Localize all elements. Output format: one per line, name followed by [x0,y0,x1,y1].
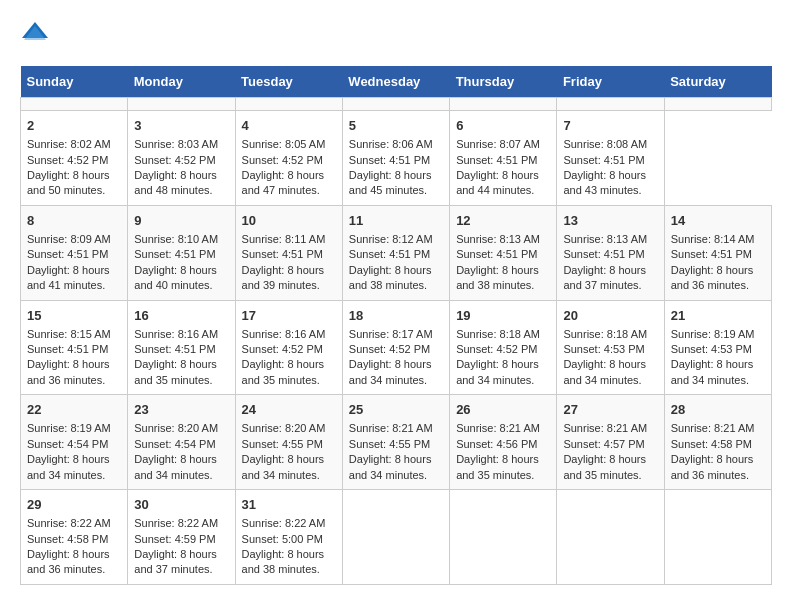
sunrise-label: Sunrise: 8:02 AM [27,138,111,150]
calendar-cell [235,98,342,111]
calendar-cell: 25Sunrise: 8:21 AMSunset: 4:55 PMDayligh… [342,395,449,490]
daylight-label: Daylight: 8 hours and 36 minutes. [27,358,110,385]
sunrise-label: Sunrise: 8:21 AM [349,422,433,434]
calendar-cell: 27Sunrise: 8:21 AMSunset: 4:57 PMDayligh… [557,395,664,490]
sunrise-label: Sunrise: 8:21 AM [456,422,540,434]
calendar-cell: 17Sunrise: 8:16 AMSunset: 4:52 PMDayligh… [235,300,342,395]
calendar-week-5: 22Sunrise: 8:19 AMSunset: 4:54 PMDayligh… [21,395,772,490]
calendar-week-4: 15Sunrise: 8:15 AMSunset: 4:51 PMDayligh… [21,300,772,395]
daylight-label: Daylight: 8 hours and 37 minutes. [134,548,217,575]
daylight-label: Daylight: 8 hours and 37 minutes. [563,264,646,291]
day-header-saturday: Saturday [664,66,771,98]
day-number: 26 [456,401,550,419]
day-number: 5 [349,117,443,135]
calendar-cell: 21Sunrise: 8:19 AMSunset: 4:53 PMDayligh… [664,300,771,395]
sunset-label: Sunset: 4:58 PM [27,533,108,545]
sunrise-label: Sunrise: 8:19 AM [27,422,111,434]
page-header [20,20,772,50]
calendar-cell [450,490,557,585]
calendar-cell: 11Sunrise: 8:12 AMSunset: 4:51 PMDayligh… [342,205,449,300]
day-header-wednesday: Wednesday [342,66,449,98]
sunset-label: Sunset: 4:51 PM [671,248,752,260]
sunrise-label: Sunrise: 8:13 AM [563,233,647,245]
sunrise-label: Sunrise: 8:19 AM [671,328,755,340]
calendar-cell: 24Sunrise: 8:20 AMSunset: 4:55 PMDayligh… [235,395,342,490]
logo [20,20,54,50]
sunrise-label: Sunrise: 8:06 AM [349,138,433,150]
sunset-label: Sunset: 4:51 PM [27,248,108,260]
calendar-cell: 18Sunrise: 8:17 AMSunset: 4:52 PMDayligh… [342,300,449,395]
calendar-cell [342,490,449,585]
calendar-week-2: 2Sunrise: 8:02 AMSunset: 4:52 PMDaylight… [21,111,772,206]
calendar-week-6: 29Sunrise: 8:22 AMSunset: 4:58 PMDayligh… [21,490,772,585]
daylight-label: Daylight: 8 hours and 35 minutes. [456,453,539,480]
sunset-label: Sunset: 4:51 PM [134,248,215,260]
day-number: 22 [27,401,121,419]
sunset-label: Sunset: 4:52 PM [242,343,323,355]
sunset-label: Sunset: 5:00 PM [242,533,323,545]
daylight-label: Daylight: 8 hours and 34 minutes. [349,453,432,480]
calendar-cell: 28Sunrise: 8:21 AMSunset: 4:58 PMDayligh… [664,395,771,490]
calendar-cell: 5Sunrise: 8:06 AMSunset: 4:51 PMDaylight… [342,111,449,206]
day-header-monday: Monday [128,66,235,98]
day-number: 28 [671,401,765,419]
day-number: 30 [134,496,228,514]
calendar-week-3: 8Sunrise: 8:09 AMSunset: 4:51 PMDaylight… [21,205,772,300]
sunrise-label: Sunrise: 8:07 AM [456,138,540,150]
sunset-label: Sunset: 4:52 PM [349,343,430,355]
sunset-label: Sunset: 4:54 PM [27,438,108,450]
calendar-body: 2Sunrise: 8:02 AMSunset: 4:52 PMDaylight… [21,98,772,585]
sunrise-label: Sunrise: 8:22 AM [134,517,218,529]
calendar-cell [21,98,128,111]
sunrise-label: Sunrise: 8:10 AM [134,233,218,245]
day-number: 17 [242,307,336,325]
sunrise-label: Sunrise: 8:11 AM [242,233,326,245]
day-number: 11 [349,212,443,230]
day-number: 10 [242,212,336,230]
sunset-label: Sunset: 4:51 PM [134,343,215,355]
sunset-label: Sunset: 4:51 PM [349,248,430,260]
calendar-cell: 7Sunrise: 8:08 AMSunset: 4:51 PMDaylight… [557,111,664,206]
daylight-label: Daylight: 8 hours and 34 minutes. [242,453,325,480]
sunrise-label: Sunrise: 8:16 AM [242,328,326,340]
calendar-cell: 23Sunrise: 8:20 AMSunset: 4:54 PMDayligh… [128,395,235,490]
sunset-label: Sunset: 4:51 PM [456,154,537,166]
day-number: 2 [27,117,121,135]
day-number: 13 [563,212,657,230]
calendar-cell: 10Sunrise: 8:11 AMSunset: 4:51 PMDayligh… [235,205,342,300]
day-number: 4 [242,117,336,135]
calendar-cell: 13Sunrise: 8:13 AMSunset: 4:51 PMDayligh… [557,205,664,300]
sunset-label: Sunset: 4:52 PM [456,343,537,355]
sunrise-label: Sunrise: 8:18 AM [456,328,540,340]
header-row: SundayMondayTuesdayWednesdayThursdayFrid… [21,66,772,98]
sunset-label: Sunset: 4:51 PM [563,248,644,260]
calendar-cell [342,98,449,111]
sunset-label: Sunset: 4:57 PM [563,438,644,450]
daylight-label: Daylight: 8 hours and 38 minutes. [456,264,539,291]
daylight-label: Daylight: 8 hours and 38 minutes. [349,264,432,291]
calendar-header: SundayMondayTuesdayWednesdayThursdayFrid… [21,66,772,98]
daylight-label: Daylight: 8 hours and 45 minutes. [349,169,432,196]
daylight-label: Daylight: 8 hours and 40 minutes. [134,264,217,291]
calendar-cell: 2Sunrise: 8:02 AMSunset: 4:52 PMDaylight… [21,111,128,206]
sunset-label: Sunset: 4:53 PM [563,343,644,355]
daylight-label: Daylight: 8 hours and 34 minutes. [456,358,539,385]
daylight-label: Daylight: 8 hours and 50 minutes. [27,169,110,196]
sunrise-label: Sunrise: 8:18 AM [563,328,647,340]
daylight-label: Daylight: 8 hours and 34 minutes. [563,358,646,385]
day-number: 23 [134,401,228,419]
sunset-label: Sunset: 4:58 PM [671,438,752,450]
day-number: 29 [27,496,121,514]
daylight-label: Daylight: 8 hours and 34 minutes. [349,358,432,385]
day-number: 21 [671,307,765,325]
sunset-label: Sunset: 4:55 PM [349,438,430,450]
sunset-label: Sunset: 4:59 PM [134,533,215,545]
calendar-cell: 3Sunrise: 8:03 AMSunset: 4:52 PMDaylight… [128,111,235,206]
calendar-cell: 16Sunrise: 8:16 AMSunset: 4:51 PMDayligh… [128,300,235,395]
sunset-label: Sunset: 4:51 PM [242,248,323,260]
day-number: 16 [134,307,228,325]
sunrise-label: Sunrise: 8:21 AM [563,422,647,434]
sunrise-label: Sunrise: 8:20 AM [134,422,218,434]
day-number: 31 [242,496,336,514]
calendar-cell: 30Sunrise: 8:22 AMSunset: 4:59 PMDayligh… [128,490,235,585]
